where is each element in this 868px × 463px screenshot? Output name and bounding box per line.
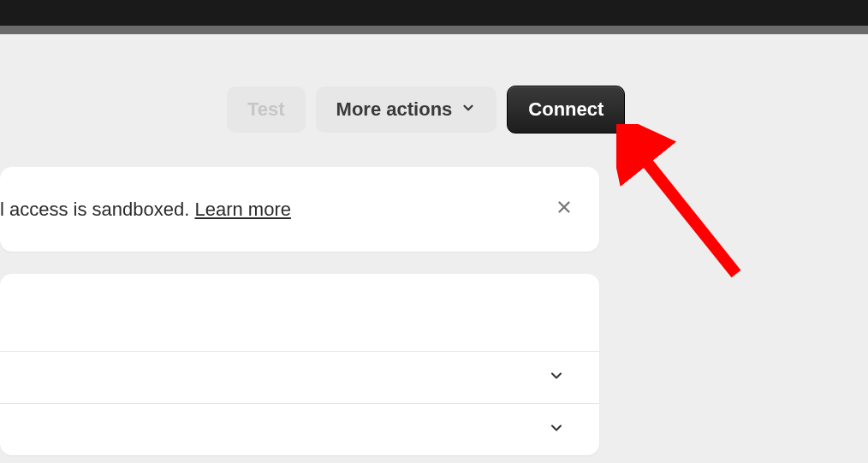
window-title-bar: [0, 0, 868, 26]
chevron-down-icon: [461, 98, 476, 121]
collapsible-row[interactable]: [0, 403, 599, 455]
window-sub-bar: [0, 26, 868, 34]
learn-more-link[interactable]: Learn more: [194, 199, 291, 220]
chevron-down-icon: [548, 419, 565, 440]
notice-text: l access is sandboxed. Learn more: [0, 199, 291, 221]
more-actions-button[interactable]: More actions: [316, 86, 497, 133]
notice-text-fragment: l access is sandboxed.: [0, 199, 194, 220]
test-button[interactable]: Test: [227, 86, 306, 133]
sandbox-notice: l access is sandboxed. Learn more: [0, 167, 599, 252]
toolbar: Test More actions Connect: [0, 34, 868, 134]
settings-panel: [0, 274, 599, 455]
svg-line-3: [633, 145, 736, 274]
red-arrow-annotation: [616, 124, 770, 295]
close-icon: [555, 196, 574, 222]
connect-button[interactable]: Connect: [507, 86, 625, 134]
chevron-down-icon: [548, 367, 565, 388]
close-notice-button[interactable]: [550, 191, 579, 228]
more-actions-label: More actions: [336, 98, 453, 121]
collapsible-row[interactable]: [0, 351, 599, 403]
